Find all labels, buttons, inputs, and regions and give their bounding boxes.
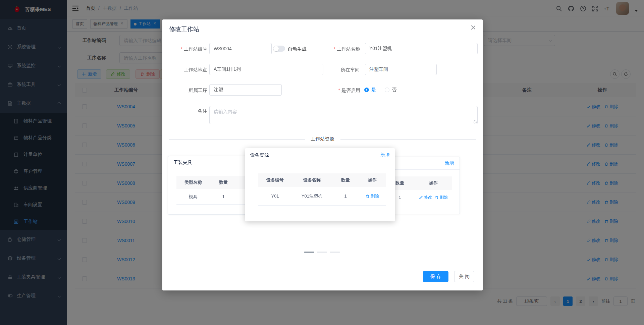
trash-icon (366, 194, 370, 198)
fixture-type: 模具 (176, 194, 210, 200)
device-code: Y01 (258, 194, 292, 199)
field-workshop-select[interactable]: 注塑车间 (365, 64, 437, 75)
select-value: 注塑车间 (369, 66, 388, 72)
card-header: 设备资源 新增 (245, 148, 395, 162)
device-row: Y01 Y01注塑机 1 删除 (258, 187, 386, 206)
device-qty: 1 (332, 194, 359, 199)
section-title: 工作站资源 (305, 136, 340, 142)
field-remark-label: 备注 (167, 108, 207, 114)
col-action: 操作 (415, 180, 452, 186)
save-button[interactable]: 保 存 (423, 271, 448, 282)
device-table: 设备编号 设备名称 数量 操作 Y01 Y01注塑机 1 删除 (258, 173, 386, 206)
field-name-label: 工作站名称 (320, 46, 360, 52)
close-icon[interactable] (470, 24, 477, 31)
section-divider: 工作站资源 (169, 139, 476, 140)
field-name-input[interactable] (365, 43, 478, 54)
radio-dot (364, 88, 369, 92)
card-title: 工装夹具 (173, 160, 192, 166)
device-delete-link[interactable]: 删除 (366, 193, 379, 199)
close-button[interactable]: 关 闭 (454, 271, 474, 282)
field-remark-textarea[interactable] (209, 106, 478, 124)
edit-workstation-dialog: 修改工作站 工作站编号 自动生成 工作站名称 工作站地点 所在车间 注塑车间 所… (162, 19, 483, 290)
device-resource-card: 设备资源 新增 设备编号 设备名称 数量 操作 Y01 Y01注塑机 1 删除 (245, 148, 395, 221)
radio-label: 否 (392, 87, 396, 93)
carousel-indicator-1[interactable] (304, 252, 314, 253)
field-enabled-label: 是否启用 (320, 88, 360, 94)
radio-label: 是 (371, 87, 376, 93)
carousel-indicator-3[interactable] (330, 252, 340, 253)
field-code-label: 工作站编号 (167, 46, 207, 52)
col-action: 操作 (359, 177, 386, 183)
field-code-input[interactable] (209, 43, 272, 54)
col-device-code: 设备编号 (258, 177, 292, 183)
enabled-yes-radio[interactable]: 是 (364, 87, 376, 93)
textarea-resize-handle[interactable] (474, 120, 477, 123)
dialog-title: 修改工作站 (169, 25, 199, 33)
right-card-add-link[interactable]: 新增 (445, 160, 454, 166)
field-process-label: 所属工序 (167, 88, 207, 94)
select-value: 注塑 (214, 87, 223, 93)
trash-icon (435, 196, 439, 200)
card-title: 设备资源 (250, 152, 269, 158)
enabled-no-radio[interactable]: 否 (385, 87, 396, 93)
col-device-name: 设备名称 (292, 177, 332, 183)
auto-generate-label: 自动生成 (288, 46, 307, 52)
radio-dot (385, 88, 389, 92)
col-qty: 数量 (210, 179, 237, 185)
field-process-select[interactable]: 注塑 (209, 84, 282, 96)
field-location-input[interactable] (209, 64, 323, 75)
col-qty: 数量 (332, 177, 359, 183)
field-workshop-label: 所在车间 (320, 67, 360, 73)
col-type-name: 类型名称 (176, 179, 210, 185)
carousel-indicator-2[interactable] (317, 252, 327, 253)
field-location-label: 工作站地点 (167, 67, 207, 73)
device-name: Y01注塑机 (292, 193, 332, 199)
device-add-link[interactable]: 新增 (380, 152, 390, 158)
edit-pencil-icon (419, 196, 423, 200)
row-delete-link[interactable]: 删除 (435, 195, 448, 200)
fixture-qty: 1 (210, 194, 237, 199)
auto-generate-switch[interactable] (273, 46, 285, 52)
row-edit-link[interactable]: 修改 (419, 195, 432, 200)
